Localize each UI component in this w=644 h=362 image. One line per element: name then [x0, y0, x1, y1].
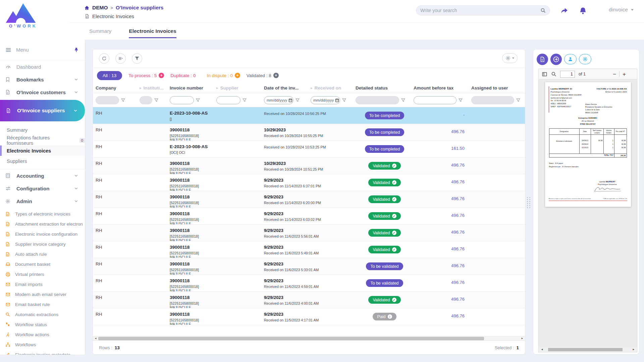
column-header-company[interactable]: Company	[96, 85, 140, 90]
breadcrumb-root[interactable]: DEMO	[92, 5, 108, 11]
cell-amount-before-tax[interactable]: 496.76	[414, 241, 471, 258]
table-row[interactable]: RH39000118[52251165800018] MAJUSCULE9/29…	[93, 225, 525, 241]
table-row[interactable]: RH39000118[52251165800018] MAJUSCULE9/29…	[93, 308, 525, 325]
tab-summary[interactable]: Summary	[89, 28, 111, 38]
filter-input-received-on[interactable]: mm/dd/yyyy	[311, 96, 340, 104]
sidebar-item-o-invoice-customers[interactable]: O'Invoice customers	[0, 86, 85, 99]
cell-amount-before-tax[interactable]: 496.76	[414, 258, 471, 275]
page-number-input[interactable]	[560, 71, 575, 78]
cell-amount-before-tax[interactable]: 496.76	[414, 292, 471, 308]
cell-amount-before-tax[interactable]: 496.76	[414, 208, 471, 224]
table-row[interactable]: RH39000118[52251165800018] MAJUSCULE9/29…	[93, 275, 525, 292]
cell-amount-before-tax[interactable]: 496.76	[414, 308, 471, 325]
sidebar-item-auto-attach-rule[interactable]: Auto attach rule	[0, 249, 85, 259]
scrollbar-thumb[interactable]	[98, 337, 484, 340]
sidebar-item-email-imports[interactable]: Email imports	[0, 279, 85, 289]
preview-settings-button[interactable]	[579, 54, 591, 64]
cell-amount-before-tax[interactable]: 496.76	[414, 225, 471, 241]
breadcrumb-section[interactable]: O'Invoice suppliers	[116, 5, 163, 11]
column-header-date-of-the-inv-[interactable]: Date of the inv...	[264, 85, 311, 90]
notifications-button[interactable]	[578, 6, 588, 15]
funnel-icon[interactable]	[401, 98, 405, 102]
scroll-right-icon[interactable]: ►	[632, 348, 635, 352]
cell-amount-before-tax[interactable]: -	[414, 107, 471, 124]
filter-input-supplier[interactable]	[216, 96, 240, 104]
column-header-supplier[interactable]: ▸Supplier	[216, 85, 264, 90]
sidebar-item-electronic-invoice-configuration[interactable]: Electronic invoice configuration	[0, 229, 85, 239]
preview-horizontal-scrollbar[interactable]: ◄ ►	[539, 347, 637, 352]
filter-chip-all[interactable]: All : 13	[97, 71, 122, 80]
sidebar-item-attachment-extraction-for-electron[interactable]: Attachment extraction for electron	[0, 219, 85, 229]
cell-amount-before-tax[interactable]: 161.50	[414, 141, 471, 157]
scrollbar-thumb[interactable]	[548, 348, 623, 351]
scroll-right-icon[interactable]: ►	[521, 337, 524, 341]
table-row[interactable]: RH39000118[52251165800018] MAJUSCULE10/2…	[93, 158, 525, 174]
sidebar-item-document-basket[interactable]: Document basket	[0, 259, 85, 269]
columns-button[interactable]	[115, 53, 126, 64]
filter-chip-validated[interactable]: Validated : 8+	[247, 73, 279, 78]
sidebar-item-automatic-extractions[interactable]: Automatic extractions	[0, 309, 85, 319]
search-input[interactable]	[420, 8, 540, 13]
table-row[interactable]: RH39000118[52251165800018] MAJUSCULE10/2…	[93, 124, 525, 141]
app-logo[interactable]: O'WORK	[5, 3, 41, 28]
column-header-amount-before-tax[interactable]: Amount before tax	[414, 85, 471, 90]
home-icon[interactable]	[84, 5, 90, 10]
funnel-icon[interactable]	[121, 98, 125, 102]
sidebar-item-configuration[interactable]: Configuration	[0, 182, 85, 195]
filter-input-amount-before-tax[interactable]	[414, 96, 457, 104]
refresh-button[interactable]	[99, 53, 109, 64]
pin-icon[interactable]	[74, 47, 79, 53]
share-button[interactable]	[559, 6, 569, 15]
cell-amount-before-tax[interactable]: 496.76	[414, 174, 471, 191]
table-row[interactable]: RH39000118[52251165800018] MAJUSCULE9/29…	[93, 258, 525, 275]
sidebar-subitem-r-ceptions-factures-fournisseurs[interactable]: Réceptions factures fournisseurs0	[0, 135, 85, 145]
horizontal-scrollbar[interactable]: ◄ ►	[93, 336, 525, 341]
sidebar-item-workflow-actions[interactable]: Workflow actions	[0, 329, 85, 340]
global-search[interactable]	[416, 5, 550, 15]
column-header-received-on[interactable]: ▸Received on	[311, 85, 356, 90]
filter-input-instituti-[interactable]	[140, 96, 152, 104]
cell-amount-before-tax[interactable]: 496.76	[414, 275, 471, 291]
assign-user-button[interactable]	[564, 54, 577, 64]
table-row[interactable]: RHE-2023-10-008-AS[]Received on 10/28/20…	[93, 107, 525, 124]
filter-chip-to-process[interactable]: To process : 5+	[128, 73, 164, 78]
panel-resize-handle[interactable]	[527, 197, 531, 208]
user-menu[interactable]: dinvoice	[609, 7, 634, 13]
sidebar-item-accounting[interactable]: Accounting	[0, 169, 85, 182]
sidebar-item-oinvoice-suppliers[interactable]: O'Invoice suppliers	[0, 100, 85, 121]
funnel-icon[interactable]	[459, 98, 463, 102]
hamburger-menu-icon[interactable]	[5, 47, 11, 53]
filter-chip-in-dispute[interactable]: In dispute : 0+	[207, 73, 240, 78]
sidebar-item-electronic-invoice-metadata[interactable]: Electronic invoice metadata	[0, 350, 85, 355]
sidebar-subitem-suppliers[interactable]: Suppliers	[0, 156, 85, 166]
sidebar-item-dashboard[interactable]: Dashboard	[0, 60, 85, 73]
funnel-icon[interactable]	[154, 98, 158, 102]
filter-button[interactable]	[132, 53, 142, 64]
scroll-left-icon[interactable]: ◄	[541, 348, 543, 352]
sidebar-subitem-electronic-invoices[interactable]: Electronic Invoices	[0, 145, 85, 156]
find-icon[interactable]	[551, 71, 556, 77]
sidebar-item-bookmarks[interactable]: Bookmarks	[0, 73, 85, 86]
sidebar-item-workflow-status[interactable]: Workflow status	[0, 319, 85, 329]
sidebar-subitem-summary[interactable]: Summary	[0, 125, 85, 135]
tab-electronic-invoices[interactable]: Electronic Invoices	[129, 28, 176, 38]
table-row[interactable]: RH39000118[52251165800018] MAJUSCULE9/29…	[93, 191, 525, 208]
filter-chip-duplicate[interactable]: Duplicate : 0	[170, 73, 196, 78]
funnel-icon[interactable]	[296, 98, 300, 102]
filter-input-company[interactable]	[96, 96, 119, 104]
table-row[interactable]: RH39000118[52251165800018] MAJUSCULE9/29…	[93, 174, 525, 191]
zoom-out-button[interactable]: −	[613, 71, 616, 77]
cell-amount-before-tax[interactable]: 496.76	[414, 124, 471, 140]
open-document-button[interactable]	[550, 54, 562, 65]
table-row[interactable]: RH39000118[52251165800018] MAJUSCULE9/29…	[93, 208, 525, 225]
funnel-icon[interactable]	[342, 98, 346, 102]
column-header-assigned-to-user[interactable]: Assigned to user	[471, 85, 525, 90]
pdf-viewer-canvas[interactable]: Laetitia WERNERT- EI Psychologue clinici…	[538, 79, 637, 352]
column-header-invoice-number[interactable]: Invoice number	[170, 85, 216, 90]
sidebar-item-modern-auth-email-server[interactable]: Modern auth email server	[0, 289, 85, 299]
funnel-icon[interactable]	[243, 98, 247, 102]
zoom-in-button[interactable]: +	[623, 71, 626, 77]
filter-input-detailed-status[interactable]	[356, 96, 399, 104]
column-header-detailed-status[interactable]: Detailed status	[356, 85, 414, 90]
sidebar-item-types-of-electronic-invoices[interactable]: Types of electronic invoices	[0, 209, 85, 219]
